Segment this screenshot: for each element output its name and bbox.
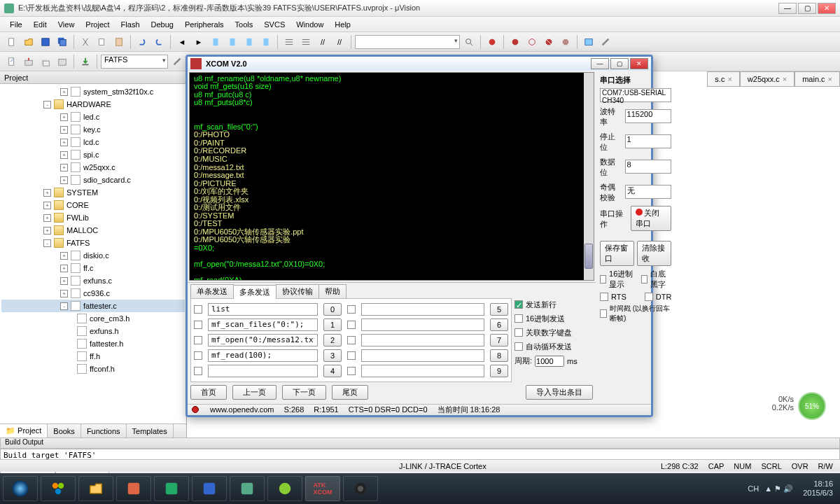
paste-icon[interactable] (111, 34, 127, 50)
tree-node[interactable]: exfuns.h (1, 325, 185, 337)
menu-window[interactable]: Window (290, 20, 329, 29)
tree-node[interactable]: +ff.c (1, 262, 185, 274)
menu-view[interactable]: View (52, 20, 80, 29)
project-tab-functions[interactable]: Functions (81, 424, 127, 438)
redo-icon[interactable] (151, 34, 167, 50)
tree-node[interactable]: +CORE (1, 199, 185, 211)
project-tree[interactable]: +system_stm32f10x.c-HARDWARE+led.c+key.c… (0, 84, 186, 424)
menu-edit[interactable]: Edit (28, 20, 52, 29)
row-check[interactable] (194, 351, 202, 360)
minimize-button[interactable]: — (778, 3, 797, 14)
menu-debug[interactable]: Debug (146, 20, 179, 29)
find-combo[interactable] (355, 35, 460, 49)
opt-dtr[interactable]: DTR (656, 293, 672, 301)
send-input-2[interactable] (361, 349, 484, 362)
row-check[interactable] (194, 305, 202, 314)
tree-node[interactable]: +cc936.c (1, 287, 185, 300)
tree-node[interactable]: -FATFS (1, 237, 185, 249)
opt-loop[interactable]: 自动循环发送 (526, 342, 572, 352)
save-icon[interactable] (38, 34, 53, 50)
menu-svcs[interactable]: SVCS (258, 20, 290, 29)
menu-help[interactable]: Help (329, 20, 356, 29)
send-num-button[interactable]: 0 (323, 303, 342, 316)
tree-node[interactable]: +diskio.c (1, 249, 185, 262)
nav-import-export[interactable]: 导入导出条目 (526, 385, 593, 400)
tree-node[interactable]: +w25qxx.c (1, 161, 185, 174)
editor-tab[interactable]: w25qxx.c× (740, 71, 794, 87)
baud-select[interactable]: 115200 (625, 109, 672, 123)
tree-node[interactable]: +FWLib (1, 211, 185, 224)
task-word[interactable] (192, 476, 227, 501)
bookmark-icon[interactable] (208, 34, 223, 50)
tree-node[interactable]: +MALLOC (1, 224, 185, 237)
new-file-icon[interactable] (4, 34, 20, 50)
task-uvision[interactable] (230, 476, 265, 501)
menu-file[interactable]: File (4, 20, 28, 29)
send-tab-3[interactable]: 帮助 (318, 284, 346, 298)
cut-icon[interactable] (78, 34, 93, 50)
tray-icons[interactable]: ▲ ⚑ 🔊 (764, 484, 793, 493)
nav-back-icon[interactable]: ◄ (174, 34, 190, 50)
tree-node[interactable]: ff.h (1, 350, 185, 363)
outdent-icon[interactable] (298, 34, 314, 50)
send-input[interactable] (208, 318, 318, 331)
nav-first[interactable]: 首页 (190, 385, 227, 400)
task-explorer[interactable] (78, 476, 113, 501)
configure-icon[interactable] (598, 34, 613, 50)
tree-node[interactable]: +system_stm32f10x.c (1, 85, 185, 98)
tree-node[interactable]: +spi.c (1, 148, 185, 161)
row-check[interactable] (194, 367, 202, 375)
send-num-button[interactable]: 1 (323, 318, 342, 331)
databits-select[interactable]: 8 (625, 160, 672, 174)
tree-node[interactable]: +exfuns.c (1, 274, 185, 287)
uncomment-icon[interactable]: // (332, 34, 347, 50)
opt-keypad[interactable]: 关联数字键盘 (526, 328, 572, 338)
nav-next[interactable]: 下一页 (282, 385, 326, 400)
tree-node[interactable]: +sdio_sdcard.c (1, 174, 185, 186)
tree-node[interactable]: +key.c (1, 123, 185, 136)
accelerator-badge[interactable]: 51% (798, 392, 826, 420)
target-combo[interactable]: FATFS (101, 55, 168, 69)
close-button[interactable]: ✕ (818, 3, 836, 14)
send-input[interactable] (208, 349, 318, 362)
period-input[interactable] (535, 356, 564, 367)
save-window-button[interactable]: 保存窗口 (600, 241, 634, 266)
download-icon[interactable] (78, 54, 93, 69)
tree-node[interactable]: +lcd.c (1, 136, 185, 148)
batch-build-icon[interactable] (55, 54, 70, 69)
task-camera[interactable] (343, 476, 378, 501)
task-browser[interactable] (267, 476, 302, 501)
comment-icon[interactable]: // (315, 34, 330, 50)
opt-timestamp[interactable]: 时间戳 (以换行回车断帧) (610, 304, 671, 323)
open-file-icon[interactable] (21, 34, 36, 50)
port-toggle-button[interactable]: 关闭串口 (631, 206, 672, 231)
nav-prev[interactable]: 上一页 (232, 385, 276, 400)
tree-node[interactable]: +SYSTEM (1, 186, 185, 199)
undo-icon[interactable] (134, 34, 150, 50)
rebuild-icon[interactable] (38, 54, 53, 69)
row-check[interactable] (194, 321, 202, 329)
maximize-button[interactable]: ▢ (798, 3, 816, 14)
tree-node[interactable]: core_cm3.h (1, 312, 185, 325)
send-num-button-2[interactable]: 6 (490, 318, 508, 331)
tree-node[interactable]: -fattester.c (1, 300, 185, 312)
task-xcom[interactable]: ATKXCOM (305, 476, 340, 501)
opt-rts[interactable]: RTS (611, 293, 626, 301)
tree-node[interactable]: +led.c (1, 111, 185, 123)
send-input-2[interactable] (361, 318, 484, 331)
bookmark-clear-icon[interactable] (258, 34, 274, 50)
send-input-2[interactable] (361, 365, 484, 377)
translate-icon[interactable] (4, 54, 20, 69)
xcom-maximize-button[interactable]: ▢ (610, 58, 629, 69)
send-num-button-2[interactable]: 9 (490, 365, 508, 377)
task-app-1[interactable] (41, 476, 76, 501)
target-options-icon[interactable] (169, 54, 185, 69)
xcom-terminal[interactable]: u8 mf_rename(u8 *oldname,u8* newname)voi… (189, 72, 594, 281)
xcom-titlebar[interactable]: XCOM V2.0 — ▢ ✕ (188, 57, 651, 71)
clear-recv-button[interactable]: 清除接收 (637, 241, 671, 266)
opt-hex-display[interactable]: 16进制显示 (609, 269, 636, 290)
opt-newline[interactable]: 发送新行 (526, 300, 556, 310)
stopbits-select[interactable]: 1 (625, 134, 672, 148)
window-icon[interactable] (581, 34, 596, 50)
send-tab-0[interactable]: 单条发送 (190, 284, 234, 298)
